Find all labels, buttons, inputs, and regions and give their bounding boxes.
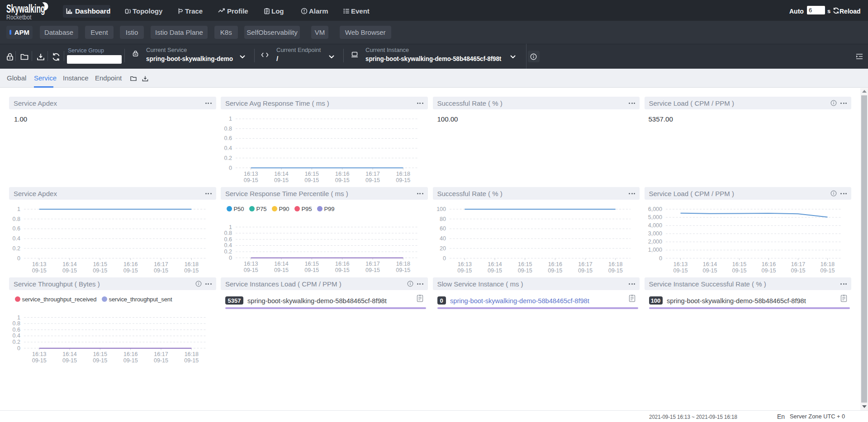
svg-text:09-15: 09-15: [123, 357, 138, 363]
svg-text:09-15: 09-15: [184, 357, 199, 363]
svg-text:0.2: 0.2: [13, 339, 20, 345]
svg-text:P75: P75: [256, 206, 267, 212]
svg-text:09-15: 09-15: [820, 267, 835, 273]
svg-text:16:13: 16:13: [244, 261, 258, 267]
svg-text:0.2: 0.2: [224, 249, 232, 255]
svg-text:16:17: 16:17: [578, 261, 592, 267]
svg-text:09-15: 09-15: [244, 267, 258, 273]
svg-text:09-15: 09-15: [578, 267, 593, 273]
svg-text:16:18: 16:18: [396, 261, 410, 267]
svg-text:09-15: 09-15: [517, 267, 532, 273]
svg-text:2,000: 2,000: [648, 239, 662, 245]
svg-text:16:14: 16:14: [62, 261, 76, 267]
svg-text:09-15: 09-15: [761, 267, 776, 273]
svg-text:0.8: 0.8: [224, 230, 232, 236]
svg-text:service_throughput_received: service_throughput_received: [22, 296, 97, 303]
svg-text:09-15: 09-15: [62, 267, 77, 273]
svg-text:1: 1: [229, 224, 232, 230]
svg-text:09-15: 09-15: [673, 267, 688, 273]
svg-text:0.4: 0.4: [224, 242, 232, 249]
svg-text:16:13: 16:13: [32, 351, 46, 357]
svg-text:16:18: 16:18: [608, 261, 622, 267]
svg-text:09-15: 09-15: [184, 267, 199, 273]
svg-text:09-15: 09-15: [791, 267, 805, 273]
svg-text:16:16: 16:16: [335, 261, 349, 267]
svg-text:09-15: 09-15: [335, 177, 350, 183]
svg-text:16:18: 16:18: [396, 171, 410, 177]
svg-text:16:16: 16:16: [123, 261, 138, 267]
svg-text:09-15: 09-15: [154, 357, 168, 363]
svg-text:1,000: 1,000: [648, 247, 662, 253]
svg-text:16:16: 16:16: [123, 351, 138, 357]
svg-text:09-15: 09-15: [123, 267, 138, 273]
svg-text:16:17: 16:17: [791, 261, 805, 267]
svg-text:16:15: 16:15: [93, 351, 107, 357]
svg-text:P95: P95: [302, 206, 312, 212]
svg-text:0.6: 0.6: [224, 135, 232, 141]
svg-text:0.2: 0.2: [13, 245, 20, 252]
svg-text:0: 0: [443, 255, 446, 262]
svg-text:P99: P99: [324, 206, 335, 212]
svg-text:16:17: 16:17: [365, 171, 379, 177]
svg-text:16:18: 16:18: [185, 351, 199, 357]
svg-text:P50: P50: [234, 206, 244, 212]
svg-text:16:14: 16:14: [274, 171, 288, 177]
svg-text:1: 1: [17, 206, 20, 212]
svg-text:100: 100: [436, 206, 446, 212]
svg-text:16:18: 16:18: [820, 261, 834, 267]
svg-text:16:13: 16:13: [673, 261, 687, 267]
svg-text:16:14: 16:14: [62, 351, 76, 357]
svg-text:09-15: 09-15: [457, 267, 472, 273]
svg-text:16:13: 16:13: [32, 261, 46, 267]
svg-text:6,000: 6,000: [648, 206, 662, 212]
svg-text:16:17: 16:17: [154, 261, 168, 267]
svg-text:09-15: 09-15: [32, 267, 47, 273]
svg-text:09-15: 09-15: [93, 357, 107, 363]
svg-text:09-15: 09-15: [608, 267, 622, 273]
svg-text:09-15: 09-15: [365, 177, 380, 183]
svg-text:16:14: 16:14: [274, 261, 288, 267]
svg-text:09-15: 09-15: [548, 267, 562, 273]
svg-text:80: 80: [440, 216, 446, 222]
svg-text:20: 20: [440, 245, 446, 252]
svg-text:16:18: 16:18: [185, 261, 199, 267]
svg-text:0.4: 0.4: [224, 145, 232, 151]
svg-text:09-15: 09-15: [732, 267, 746, 273]
svg-text:service_throughput_sent: service_throughput_sent: [109, 296, 172, 303]
svg-text:0.2: 0.2: [224, 155, 232, 161]
svg-text:16:15: 16:15: [518, 261, 532, 267]
svg-text:1: 1: [17, 314, 20, 321]
svg-text:0.8: 0.8: [13, 216, 20, 222]
svg-text:16:15: 16:15: [93, 261, 107, 267]
svg-text:09-15: 09-15: [365, 267, 380, 273]
svg-text:0: 0: [229, 165, 232, 171]
svg-text:09-15: 09-15: [274, 177, 289, 183]
svg-text:0.6: 0.6: [224, 236, 232, 243]
svg-text:09-15: 09-15: [304, 267, 319, 273]
svg-text:0.8: 0.8: [224, 126, 232, 132]
svg-text:16:16: 16:16: [761, 261, 775, 267]
svg-text:09-15: 09-15: [274, 267, 289, 273]
svg-text:09-15: 09-15: [702, 267, 717, 273]
svg-text:0: 0: [17, 345, 20, 352]
svg-text:16:16: 16:16: [548, 261, 562, 267]
svg-text:09-15: 09-15: [62, 357, 77, 363]
svg-text:P90: P90: [279, 206, 289, 212]
svg-text:5,000: 5,000: [648, 214, 662, 220]
svg-text:4,000: 4,000: [648, 222, 662, 229]
svg-text:09-15: 09-15: [396, 177, 410, 183]
svg-text:09-15: 09-15: [244, 177, 258, 183]
svg-text:0.4: 0.4: [13, 333, 20, 339]
svg-text:16:15: 16:15: [305, 171, 319, 177]
svg-text:0: 0: [229, 255, 232, 261]
svg-text:16:13: 16:13: [457, 261, 471, 267]
svg-text:16:14: 16:14: [702, 261, 716, 267]
svg-text:0.8: 0.8: [13, 320, 20, 327]
svg-text:09-15: 09-15: [93, 267, 107, 273]
svg-text:09-15: 09-15: [154, 267, 168, 273]
svg-text:16:15: 16:15: [732, 261, 746, 267]
svg-text:1: 1: [229, 116, 232, 122]
svg-text:16:14: 16:14: [488, 261, 502, 267]
svg-text:09-15: 09-15: [32, 357, 47, 363]
svg-text:09-15: 09-15: [396, 267, 410, 273]
